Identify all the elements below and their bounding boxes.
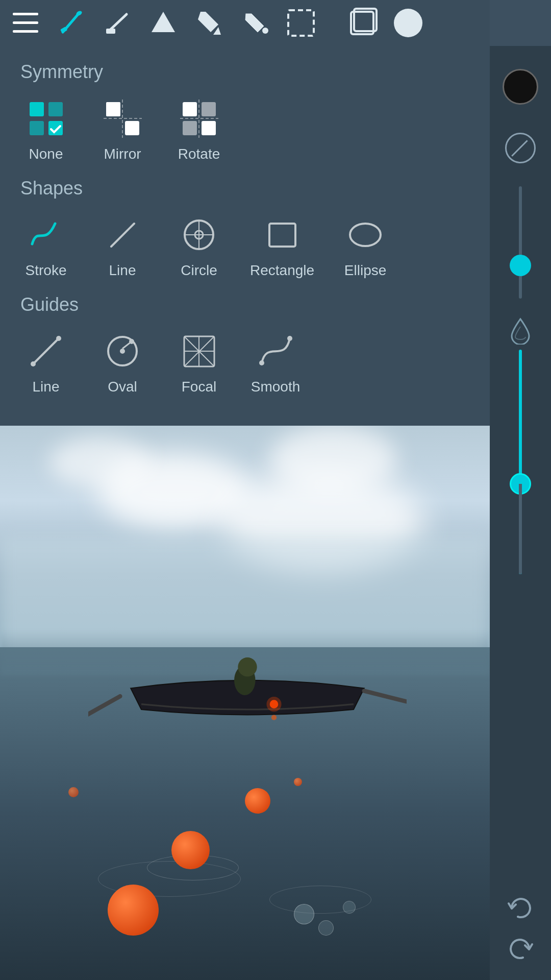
layers-button[interactable]: [347, 8, 378, 38]
svg-point-54: [238, 657, 257, 676]
menu-panel: Symmetry: [0, 46, 490, 426]
svg-rect-21: [125, 121, 139, 135]
selection-tool[interactable]: [286, 8, 316, 38]
svg-rect-17: [48, 121, 63, 135]
svg-point-49: [259, 360, 264, 365]
svg-rect-27: [202, 121, 216, 135]
water-drop-icon: [509, 316, 532, 345]
svg-point-38: [31, 361, 36, 366]
shapes-options: Stroke Line: [20, 214, 469, 279]
svg-rect-11: [288, 10, 314, 36]
brush-tool[interactable]: [56, 8, 87, 38]
shape-ellipse-icon: [345, 214, 386, 255]
svg-point-57: [271, 715, 277, 720]
svg-point-50: [287, 336, 292, 341]
svg-line-37: [33, 338, 59, 364]
symmetry-none-icon: [26, 98, 66, 139]
slider-2-track[interactable]: [519, 350, 522, 574]
shape-stroke-icon: [26, 214, 66, 255]
guides-options: Line Oval: [20, 331, 469, 395]
symmetry-mirror-label: Mirror: [104, 146, 141, 162]
toolbar-right-icons: [347, 8, 423, 38]
shape-rectangle[interactable]: Rectangle: [250, 214, 314, 279]
symmetry-none[interactable]: None: [20, 98, 71, 162]
shape-rectangle-icon: [262, 214, 303, 255]
guide-line[interactable]: Line: [20, 331, 71, 395]
svg-rect-24: [183, 102, 197, 116]
shapes-section: Shapes Stroke: [20, 178, 469, 279]
eraser-tool[interactable]: [102, 8, 133, 38]
svg-point-36: [350, 224, 381, 246]
shape-rectangle-label: Rectangle: [250, 262, 314, 279]
shape-stroke[interactable]: Stroke: [20, 214, 71, 279]
svg-rect-14: [30, 102, 44, 116]
svg-rect-25: [202, 102, 216, 116]
guide-oval-icon: [102, 331, 143, 372]
symmetry-rotate-label: Rotate: [178, 146, 220, 162]
slider-1-thumb[interactable]: [510, 255, 531, 276]
right-sidebar: [490, 46, 551, 980]
svg-point-43: [129, 339, 134, 344]
guides-section: Guides Line: [20, 294, 469, 395]
svg-point-10: [262, 28, 268, 34]
svg-rect-1: [13, 21, 38, 24]
main-container: Symmetry: [0, 46, 551, 980]
guide-focal[interactable]: Focal: [173, 331, 224, 395]
redo-button[interactable]: [490, 929, 551, 970]
slider-1-track[interactable]: [519, 186, 522, 299]
symmetry-rotate[interactable]: Rotate: [173, 98, 224, 162]
guide-smooth[interactable]: Smooth: [250, 331, 301, 395]
symmetry-none-label: None: [29, 146, 63, 162]
left-panel: Symmetry: [0, 46, 490, 980]
guide-smooth-label: Smooth: [251, 379, 300, 395]
svg-rect-7: [106, 29, 115, 34]
symmetry-mirror-icon: [102, 98, 143, 139]
shape-circle[interactable]: Circle: [173, 214, 224, 279]
no-symbol-icon: [505, 133, 536, 163]
toolbar: [0, 0, 490, 46]
svg-line-51: [88, 696, 120, 720]
selected-color: [503, 69, 538, 105]
svg-point-39: [56, 336, 61, 341]
guide-line-icon: [26, 331, 66, 372]
svg-point-41: [120, 349, 125, 354]
slider-area: [509, 179, 532, 888]
shape-line[interactable]: Line: [97, 214, 148, 279]
shape-stroke-label: Stroke: [26, 262, 67, 279]
guide-oval-label: Oval: [108, 379, 137, 395]
svg-line-30: [111, 224, 134, 247]
svg-point-56: [266, 697, 281, 712]
shape-line-label: Line: [109, 262, 136, 279]
svg-rect-0: [13, 13, 38, 15]
svg-line-52: [364, 691, 407, 701]
undo-button[interactable]: [490, 888, 551, 929]
guide-oval[interactable]: Oval: [97, 331, 148, 395]
svg-rect-20: [106, 102, 120, 116]
svg-rect-2: [13, 30, 38, 33]
svg-marker-8: [152, 12, 175, 32]
bucket-tool[interactable]: [240, 8, 270, 38]
guide-smooth-icon: [255, 331, 296, 372]
no-color-button[interactable]: [490, 117, 551, 179]
shape-ellipse[interactable]: Ellipse: [340, 214, 391, 279]
svg-rect-16: [30, 121, 44, 135]
fill-tool[interactable]: [194, 8, 224, 38]
smudge-tool[interactable]: [148, 8, 179, 38]
menu-button[interactable]: [10, 8, 41, 38]
color-button[interactable]: [393, 8, 423, 38]
symmetry-section: Symmetry: [20, 61, 469, 162]
canvas-area[interactable]: [0, 426, 490, 980]
guide-focal-icon: [179, 331, 219, 372]
symmetry-rotate-icon: [179, 98, 219, 139]
svg-rect-35: [269, 224, 295, 247]
shape-ellipse-label: Ellipse: [344, 262, 386, 279]
symmetry-title: Symmetry: [20, 61, 469, 83]
shape-line-icon: [102, 214, 143, 255]
symmetry-mirror[interactable]: Mirror: [97, 98, 148, 162]
shapes-title: Shapes: [20, 178, 469, 199]
guide-focal-label: Focal: [182, 379, 216, 395]
color-selector[interactable]: [490, 56, 551, 117]
shape-circle-label: Circle: [181, 262, 217, 279]
svg-rect-26: [183, 121, 197, 135]
slider-2-lower: [519, 484, 522, 574]
